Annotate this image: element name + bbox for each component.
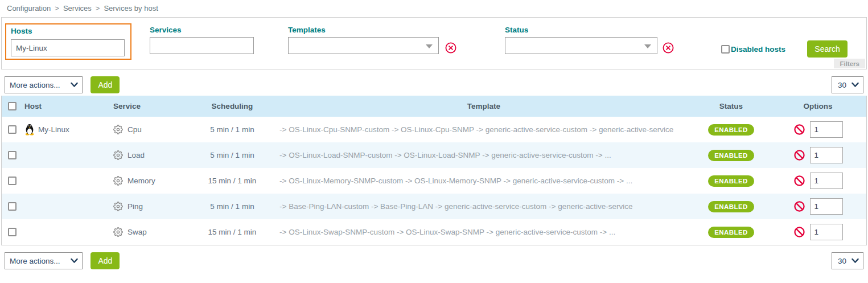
select-caret-icon [426,44,433,48]
breadcrumb: Configuration>Services>Services by host [0,0,868,16]
column-header-template: Template [275,102,693,110]
row-checkbox[interactable] [8,228,17,236]
options-count-input[interactable] [810,121,843,138]
table-row: My-Linux Cpu 5 min / 1 min -> OS-Linux-C… [2,117,866,142]
column-header-status: Status [693,102,770,110]
status-badge: ENABLED [708,227,754,238]
filter-panel: Hosts Services Templates Status Disabled… [1,17,867,69]
scheduling-value: 15 min / 1 min [190,177,275,185]
gear-icon [113,176,123,186]
disabled-hosts-checkbox[interactable] [721,45,730,54]
template-chain: -> Base-Ping-LAN-custom -> Base-Ping-LAN… [275,202,693,211]
disabled-hosts-toggle[interactable]: Disabled hosts [721,45,785,54]
select-caret-icon [644,44,651,48]
options-count-input[interactable] [810,173,843,189]
host-name[interactable]: My-Linux [38,125,69,134]
template-chain: -> OS-Linux-Memory-SNMP-custom -> OS-Lin… [275,177,693,185]
options-count-input[interactable] [810,224,843,240]
breadcrumb-services[interactable]: Services [63,4,92,13]
row-checkbox[interactable] [8,202,17,211]
hosts-filter-label: Hosts [11,27,126,35]
more-actions-select[interactable]: More actions... [5,76,83,93]
services-filter-label: Services [150,26,254,34]
gear-icon [113,227,123,237]
status-badge: ENABLED [708,150,754,161]
status-filter-select[interactable] [505,37,657,54]
status-clear-filter-icon[interactable] [662,42,674,54]
service-name[interactable]: Load [127,151,145,159]
scheduling-value: 5 min / 1 min [190,125,275,134]
service-name[interactable]: Memory [127,177,155,185]
table-row: Load 5 min / 1 min -> OS-Linux-Load-SNMP… [2,142,866,168]
status-badge: ENABLED [708,175,754,187]
disable-icon[interactable] [793,200,805,212]
scheduling-value: 5 min / 1 min [190,202,275,211]
options-count-input[interactable] [810,198,843,215]
bottom-toolbar: More actions... Add 30 [0,245,868,272]
service-name[interactable]: Cpu [127,125,142,134]
table-header-row: Host Service Scheduling Template Status … [2,96,866,117]
page-size-select-bottom[interactable]: 30 [832,252,863,269]
row-checkbox[interactable] [8,125,17,134]
templates-clear-filter-icon[interactable] [445,42,457,54]
template-chain: -> OS-Linux-Load-SNMP-custom -> OS-Linux… [275,151,693,159]
table-row: Memory 15 min / 1 min -> OS-Linux-Memory… [2,168,866,194]
status-badge: ENABLED [708,124,754,136]
scheduling-value: 5 min / 1 min [190,151,275,159]
templates-filter-label: Templates [288,26,439,34]
row-checkbox[interactable] [8,151,17,159]
top-toolbar: More actions... Add 30 [0,69,868,96]
services-table: Host Service Scheduling Template Status … [1,96,867,245]
disable-icon[interactable] [793,149,805,161]
disable-icon[interactable] [793,226,805,238]
gear-icon [113,125,123,134]
breadcrumb-separator: > [55,4,59,13]
gear-icon [113,150,123,160]
host-cell-content: My-Linux [24,124,69,136]
add-button-bottom[interactable]: Add [90,252,120,269]
disable-icon[interactable] [793,175,805,187]
status-filter-label: Status [505,26,657,34]
add-button[interactable]: Add [90,76,120,93]
select-all-checkbox[interactable] [8,102,17,110]
scheduling-value: 15 min / 1 min [190,228,275,236]
gear-icon [113,202,123,211]
breadcrumb-configuration[interactable]: Configuration [7,4,51,13]
template-chain: -> OS-Linux-Cpu-SNMP-custom -> OS-Linux-… [275,125,693,134]
disable-icon[interactable] [793,124,805,136]
more-actions-select-bottom[interactable]: More actions... [5,252,83,269]
table-body: My-Linux Cpu 5 min / 1 min -> OS-Linux-C… [2,117,866,245]
column-header-host: Host [22,102,110,110]
status-badge: ENABLED [708,201,754,212]
column-header-scheduling: Scheduling [190,102,275,110]
row-checkbox[interactable] [8,177,17,185]
hosts-filter-input[interactable] [11,39,125,56]
breadcrumb-separator: > [96,4,100,13]
breadcrumb-services-by-host[interactable]: Services by host [104,4,158,13]
column-header-options: Options [770,102,866,110]
options-count-input[interactable] [810,147,843,163]
search-button[interactable]: Search [807,40,848,58]
table-row: Swap 15 min / 1 min -> OS-Linux-Swap-SNM… [2,219,866,245]
hosts-filter-highlight: Hosts [5,23,131,60]
column-header-service: Service [110,102,190,110]
linux-penguin-icon [24,124,35,136]
filters-tab-label: Filters [834,59,865,68]
service-name[interactable]: Swap [127,228,147,236]
template-chain: -> OS-Linux-Swap-SNMP-custom -> OS-Linux… [275,228,693,236]
service-name[interactable]: Ping [127,202,143,211]
page-size-select[interactable]: 30 [832,76,863,93]
disabled-hosts-label: Disabled hosts [731,45,785,54]
services-filter-input[interactable] [150,37,254,54]
templates-filter-select[interactable] [288,37,439,54]
table-row: Ping 5 min / 1 min -> Base-Ping-LAN-cust… [2,194,866,219]
